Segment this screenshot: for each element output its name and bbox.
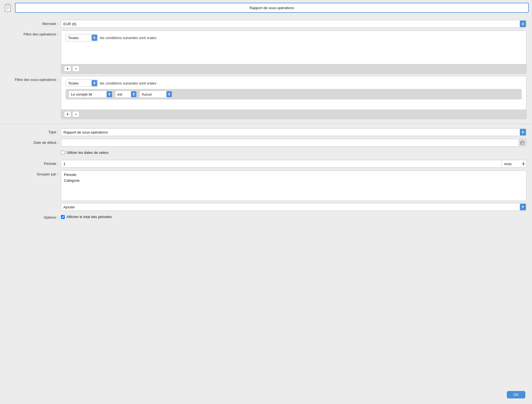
utiliser-dates-checkbox-row: Utiliser les dates de valeur [61, 149, 526, 156]
ajouter-control: Ajouter [61, 203, 526, 211]
filtre-sous-ops-toolbar: + − [61, 109, 526, 119]
filtre-ops-condition-row: Toutes Au moins une Aucune [66, 34, 522, 41]
svg-marker-26 [522, 206, 524, 208]
utiliser-dates-checkbox[interactable] [61, 151, 65, 155]
filter-field-select[interactable]: Le compte lié [68, 91, 113, 98]
filtre-ops-label: Filtre des opérations : [6, 30, 61, 36]
svg-rect-1 [6, 4, 9, 6]
section-2: Type : Rapport de sous-opérations [0, 128, 532, 222]
filtre-ops-mini-select-wrap: Toutes Au moins une Aucune [66, 34, 98, 41]
monnaie-arrow-btn[interactable] [520, 21, 526, 27]
filter-operator-select[interactable]: est n'est pas [115, 91, 137, 98]
filter-value-select[interactable]: Aucun [139, 91, 172, 98]
filter-field-select-wrap: Le compte lié [68, 91, 113, 98]
content: Monnaie : EUR (€) Filtre des [0, 16, 532, 222]
title-input[interactable] [15, 3, 529, 13]
options-checkbox-row: Afficher le total des périodes [61, 214, 526, 220]
filtre-ops-row: Filtre des opérations : Toutes Au moins … [6, 30, 526, 74]
afficher-total-label: Afficher le total des périodes [66, 215, 112, 219]
svg-marker-6 [522, 24, 524, 25]
monnaie-label: Monnaie : [6, 20, 61, 26]
afficher-total-checkbox[interactable] [61, 215, 65, 219]
ajouter-row: Ajouter [6, 203, 526, 211]
date-debut-input[interactable] [61, 139, 526, 147]
utiliser-dates-empty-label [6, 149, 61, 151]
filter-value-select-wrap: Aucun [139, 91, 172, 98]
date-debut-field: ▦ [61, 139, 526, 147]
ajouter-btn[interactable]: Ajouter [61, 203, 526, 211]
window: Monnaie : EUR (€) Filtre des [0, 0, 532, 404]
filtre-ops-condition-select[interactable]: Toutes Au moins une Aucune [66, 34, 98, 41]
date-debut-row: Date de début : ▦ [6, 139, 526, 147]
options-label: Options : [6, 214, 61, 219]
periode-row: Période : mois jours semaines années [6, 160, 526, 168]
filtre-sous-ops-row: Filtre des sous-opérations : Toutes Au m… [6, 76, 526, 119]
utiliser-dates-label: Utiliser les dates de valeur [66, 150, 109, 155]
date-debut-control: ▦ [61, 139, 526, 147]
monnaie-row: Monnaie : EUR (€) [6, 20, 526, 28]
ajouter-empty-label [6, 203, 61, 205]
filtre-sous-ops-box: Toutes Au moins une Aucune [61, 76, 526, 119]
ajouter-arrow-btn[interactable] [520, 204, 526, 210]
filtre-ops-toolbar: + − [61, 64, 526, 73]
ajouter-wrap: Ajouter [61, 203, 526, 211]
svg-marker-17 [522, 131, 524, 132]
svg-text:▦: ▦ [521, 143, 522, 144]
filtre-sous-ops-condition-row: Toutes Au moins une Aucune [66, 80, 522, 87]
ok-btn-container: OK [507, 391, 525, 398]
monnaie-select-container: EUR (€) [61, 20, 526, 28]
filtre-ops-control: Toutes Au moins une Aucune [61, 30, 526, 74]
clipboard-icon [3, 3, 12, 13]
filtre-sous-ops-mini-select-wrap: Toutes Au moins une Aucune [66, 80, 98, 87]
type-control: Rapport de sous-opérations [61, 128, 526, 136]
ok-button[interactable]: OK [507, 391, 525, 398]
utiliser-dates-row: Utiliser les dates de valeur [6, 149, 526, 158]
periode-input[interactable] [61, 160, 502, 168]
filtre-sous-ops-inner: Toutes Au moins une Aucune [61, 76, 526, 109]
periode-unit-wrap: mois jours semaines années [502, 160, 526, 168]
listbox-item-periode[interactable]: Période [61, 172, 526, 178]
listbox-item-categorie[interactable]: Catégorie [61, 178, 526, 183]
filtre-sous-ops-remove-btn[interactable]: − [72, 111, 79, 117]
date-debut-icon-btn[interactable]: ▦ [519, 139, 526, 146]
title-bar [0, 0, 532, 16]
svg-marker-18 [522, 132, 524, 134]
type-arrow-btn[interactable] [520, 129, 526, 135]
filter-item-row: Le compte lié [66, 89, 522, 99]
filtre-sous-ops-label: Filtre des sous-opérations : [6, 76, 61, 82]
periode-unit-select[interactable]: mois jours semaines années [502, 160, 526, 168]
filtre-sous-ops-condition-select[interactable]: Toutes Au moins une Aucune [66, 80, 98, 87]
monnaie-control: EUR (€) [61, 20, 526, 28]
monnaie-section: Monnaie : EUR (€) Filtre des [0, 20, 532, 119]
filtre-sous-ops-add-btn[interactable]: + [64, 111, 71, 117]
separator [0, 124, 532, 124]
grouper-par-listbox: Période Catégorie [61, 170, 526, 201]
filtre-ops-inner: Toutes Au moins une Aucune [61, 31, 526, 64]
grouper-par-control: Période Catégorie [61, 170, 526, 201]
filtre-sous-ops-control: Toutes Au moins une Aucune [61, 76, 526, 119]
type-label: Type : [6, 128, 61, 134]
grouper-par-row: Grouper par : Période Catégorie [6, 170, 526, 201]
type-row: Type : Rapport de sous-opérations [6, 128, 526, 137]
grouper-par-label: Grouper par : [6, 170, 61, 176]
type-select-container: Rapport de sous-opérations [61, 128, 526, 136]
filtre-ops-box: Toutes Au moins une Aucune [61, 30, 526, 74]
periode-input-row: mois jours semaines années [61, 160, 526, 168]
date-debut-label: Date de début : [6, 139, 61, 145]
utiliser-dates-control: Utiliser les dates de valeur [61, 149, 526, 156]
filtre-sous-ops-condition-text: les conditions suivantes sont vraies [100, 81, 156, 85]
type-select[interactable]: Rapport de sous-opérations [61, 128, 526, 136]
options-control: Afficher le total des périodes [61, 214, 526, 220]
options-row: Options : Afficher le total des périodes [6, 214, 526, 222]
filter-operator-select-wrap: est n'est pas [115, 91, 137, 98]
filtre-ops-condition-text: les conditions suivantes sont vraies [100, 36, 156, 40]
periode-label: Période : [6, 160, 61, 166]
filtre-ops-remove-btn[interactable]: − [72, 66, 79, 72]
filtre-ops-add-btn[interactable]: + [64, 66, 71, 72]
svg-marker-5 [522, 22, 524, 24]
periode-control: mois jours semaines années [61, 160, 526, 168]
monnaie-select[interactable]: EUR (€) [61, 20, 526, 28]
